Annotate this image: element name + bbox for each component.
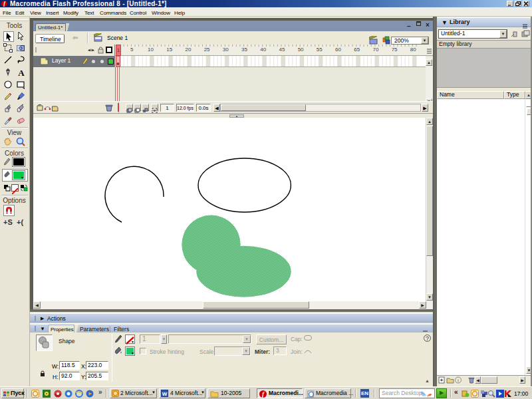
svg-text:i: i: [458, 378, 459, 383]
